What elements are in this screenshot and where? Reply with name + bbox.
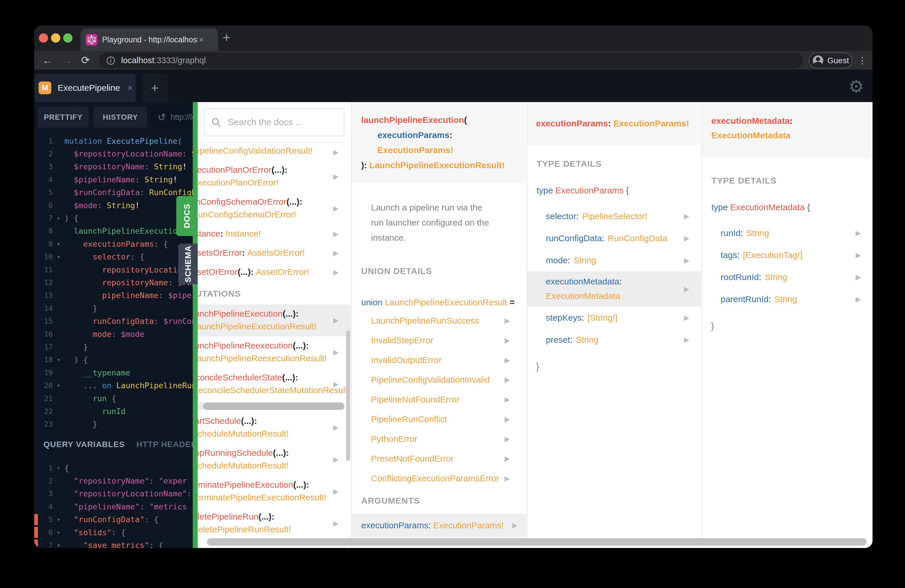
code-line[interactable]: 13 pipelineName: $pipelineName — [34, 289, 193, 302]
code-line[interactable]: 3 $repositoryName: String! — [34, 161, 193, 173]
code-line[interactable]: 4 $pipelineName: String! — [34, 173, 193, 186]
code-line[interactable]: 1mutation ExecutePipeline( — [34, 135, 193, 147]
docs-item[interactable]: PipelineConfigValidationResult!▶ — [198, 144, 351, 161]
close-playground-tab-icon[interactable]: × — [127, 83, 133, 93]
code-line[interactable]: 6▾ "solids": { — [34, 526, 193, 539]
docs-item-launchPipelineReexecution[interactable]: launchPipelineReexecution(...):LaunchPip… — [198, 336, 351, 368]
code-line[interactable]: 2 "repositoryName": "exper — [34, 474, 193, 487]
zoom-window-button[interactable] — [63, 33, 73, 43]
docs-item-terminatePipelineExecution[interactable]: terminatePipelineExecution(...):Terminat… — [198, 475, 351, 507]
code-line[interactable]: 15 runConfigData: $runConfigData — [34, 315, 193, 327]
code-line[interactable]: 23 } — [34, 418, 193, 431]
code-line[interactable]: 20▾ ... on LaunchPipelineRunSuccess — [34, 379, 193, 392]
field-row-tags[interactable]: tags:[ExecutionTag!]▶ — [702, 244, 873, 266]
new-tab-button[interactable]: + — [222, 30, 230, 45]
docs-item-deletePipelineRun[interactable]: deletePipelineRun(...):DeletePipelineRun… — [198, 507, 351, 539]
union-member-InvalidOutputError[interactable]: InvalidOutputError▶ — [352, 350, 526, 370]
fold-arrow-icon[interactable]: ▾ — [53, 356, 64, 363]
code-line[interactable]: 10▾ selector: { — [34, 251, 193, 263]
argument-row[interactable]: executionParams: ExecutionParams! ▶ — [352, 514, 526, 537]
code-line[interactable]: 1▾{ — [34, 462, 193, 474]
code-line[interactable]: 18▾ ) { — [34, 353, 193, 366]
close-tab-icon[interactable]: × — [199, 35, 204, 44]
back-icon[interactable]: ← — [42, 51, 52, 70]
code-line[interactable]: 8 launchPipelineExecution( — [34, 225, 193, 237]
field-row-runId[interactable]: runId:String▶ — [702, 222, 873, 244]
reload-icon[interactable]: ⟳ — [81, 51, 90, 70]
code-line[interactable]: 2 $repositoryLocationName: String! — [34, 147, 193, 160]
fold-arrow-icon[interactable]: ▾ — [53, 215, 64, 222]
union-member-InvalidStepError[interactable]: InvalidStepError▶ — [352, 331, 526, 350]
address-bar[interactable]: localhost:3333/graphql — [99, 52, 803, 68]
field-row-mode[interactable]: mode:String▶ — [527, 250, 701, 272]
code-line[interactable]: 7▾) { — [34, 211, 193, 224]
code-line[interactable]: 5▾ "runConfigData": { — [34, 513, 193, 526]
docs-item-executionPlanOrError[interactable]: executionPlanOrError(...):ExecutionPlanO… — [198, 161, 351, 192]
union-member-PipelineNotFoundError[interactable]: PipelineNotFoundError▶ — [352, 390, 526, 409]
fold-arrow-icon[interactable]: ▾ — [53, 240, 64, 248]
schema-side-tab[interactable]: SCHEMA — [178, 243, 198, 284]
code-line[interactable]: 7▾ "save_metrics": { — [34, 539, 193, 548]
tab-http-headers[interactable]: HTTP HEADERS — [137, 440, 193, 449]
docs-item-runConfigSchemaOrError[interactable]: runConfigSchemaOrError(...):RunConfigSch… — [198, 192, 351, 224]
docs-item-startSchedule[interactable]: startSchedule(...):ScheduleMutationResul… — [198, 412, 351, 443]
code-line[interactable]: 9▾ executionParams: { — [34, 237, 193, 250]
docs-item-stopRunningSchedule[interactable]: stopRunningSchedule(...):ScheduleMutatio… — [198, 443, 351, 475]
union-member-LaunchPipelineRunSuccess[interactable]: LaunchPipelineRunSuccess▶ — [352, 311, 526, 331]
variables-editor[interactable]: 1▾{2 "repositoryName": "exper3 "reposito… — [34, 462, 193, 548]
field-row-parentRunId[interactable]: parentRunId:String▶ — [702, 288, 873, 310]
tab-execute-pipeline[interactable]: M ExecutePipeline × — [34, 74, 136, 102]
field-row-rootRunId[interactable]: rootRunId:String▶ — [702, 266, 873, 288]
field-row-preset[interactable]: preset:String▶ — [527, 329, 701, 351]
code-line[interactable]: 11 repositoryLocationName: $repositoryLo… — [34, 263, 193, 276]
fold-arrow-icon[interactable]: ▾ — [53, 516, 64, 523]
field-row-selector[interactable]: selector:PipelineSelector!▶ — [527, 205, 701, 227]
union-member-PipelineRunConflict[interactable]: PipelineRunConflict▶ — [352, 409, 526, 429]
field-row-stepKeys[interactable]: stepKeys:[String!]▶ — [527, 307, 701, 329]
docs-vertical-scrollbar[interactable] — [346, 331, 350, 461]
code-line[interactable]: 4 "pipelineName": "metrics — [34, 500, 193, 513]
close-window-button[interactable] — [39, 33, 48, 43]
code-line[interactable]: 3 "repositoryLocationName": — [34, 487, 193, 500]
code-line[interactable]: 5 $runConfigData: RunConfigData! — [34, 186, 193, 199]
code-line[interactable]: 6 $mode: String! — [34, 199, 193, 211]
union-member-PythonError[interactable]: PythonError▶ — [352, 429, 526, 449]
settings-gear-icon[interactable]: ⚙ — [845, 74, 868, 99]
code-line[interactable]: 22 runId — [34, 405, 193, 418]
code-line[interactable]: 14 } — [34, 302, 193, 315]
fold-arrow-icon[interactable]: ▾ — [53, 542, 64, 548]
scrollbar-thumb[interactable] — [203, 402, 345, 410]
docs-item-assetOrError[interactable]: assetOrError(...): AssetOrError!▶ — [198, 263, 351, 282]
docs-side-tab[interactable]: DOCS — [176, 196, 198, 236]
docs-horizontal-scrollbar[interactable] — [207, 538, 867, 546]
site-info-icon[interactable] — [106, 56, 115, 65]
tab-query-variables[interactable]: QUERY VARIABLES — [43, 440, 125, 449]
prettify-button[interactable]: PRETTIFY — [38, 107, 89, 127]
docs-item-reconcileSchedulerState[interactable]: reconcileSchedulerState(...):ReconcileSc… — [198, 368, 351, 400]
forward-icon[interactable]: → — [62, 51, 72, 70]
browser-tab[interactable]: Playground - http://localhost:3 × — [81, 29, 218, 51]
add-playground-tab-button[interactable]: + — [142, 74, 168, 102]
code-line[interactable]: 21 run { — [34, 392, 193, 405]
list-horizontal-scrollbar[interactable] — [198, 400, 351, 412]
history-button[interactable]: HISTORY — [93, 107, 147, 127]
union-member-PresetNotFoundError[interactable]: PresetNotFoundError▶ — [352, 449, 526, 469]
docs-search-input[interactable]: Search the docs ... — [204, 108, 345, 136]
fold-arrow-icon[interactable]: ▾ — [53, 382, 64, 389]
browser-menu-icon[interactable]: ⋮ — [858, 51, 867, 70]
code-line[interactable]: 17 } — [34, 340, 193, 353]
union-member-PipelineConfigValidationInvalid[interactable]: PipelineConfigValidationInvalid▶ — [352, 370, 526, 390]
field-row-executionMetadata[interactable]: executionMetadata:ExecutionMetadata▶ — [527, 272, 701, 307]
code-line[interactable]: 12 repositoryName: $repositoryName — [34, 276, 193, 289]
endpoint-input[interactable]: ↺ http://loc — [152, 107, 193, 127]
docs-item-assetsOrError[interactable]: assetsOrError: AssetsOrError!▶ — [198, 243, 351, 263]
code-line[interactable]: 19 __typename — [34, 366, 193, 379]
profile-button[interactable]: Guest — [809, 52, 852, 68]
docs-item-launchPipelineExecution[interactable]: launchPipelineExecution(...):LaunchPipel… — [198, 304, 351, 336]
fold-arrow-icon[interactable]: ▾ — [53, 253, 64, 261]
fold-arrow-icon[interactable]: ▾ — [53, 529, 64, 536]
union-member-ConflictingExecutionParamsError[interactable]: ConflictingExecutionParamsError▶ — [352, 469, 526, 488]
field-row-runConfigData[interactable]: runConfigData:RunConfigData▶ — [527, 227, 701, 250]
query-editor[interactable]: 1mutation ExecutePipeline(2 $repositoryL… — [34, 135, 193, 431]
docs-item-instance[interactable]: instance: Instance!▶ — [198, 224, 351, 243]
